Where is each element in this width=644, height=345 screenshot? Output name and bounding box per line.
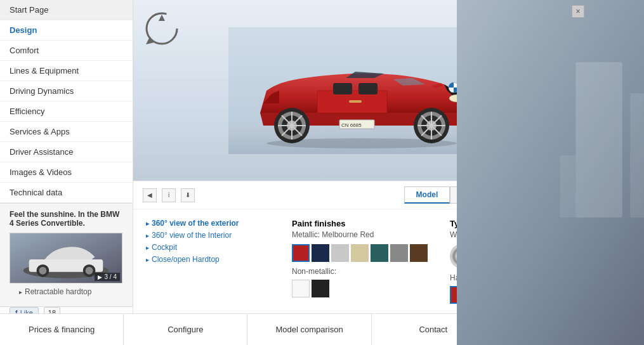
svg-rect-39 <box>575 62 622 218</box>
facebook-bar: f Like 18 <box>0 306 133 313</box>
sidebar-nav: Start PageDesignComfortLines & Equipment… <box>0 0 133 203</box>
svg-text:CN 6685: CN 6685 <box>341 122 362 128</box>
sidebar-banner-image: ▶ 3 / 4 <box>10 233 122 283</box>
like-label: Like <box>20 309 33 313</box>
close-button[interactable]: × <box>572 5 584 18</box>
view-links: 360° view of the exterior360° view of th… <box>146 219 273 304</box>
info-link-exterior-360[interactable]: 360° view of the exterior <box>146 219 273 228</box>
paint-swatch-teal[interactable] <box>371 244 388 262</box>
sidebar-item-efficiency[interactable]: Efficiency <box>0 101 133 122</box>
sidebar-item-start-page[interactable]: Start Page <box>0 0 133 20</box>
tab-model[interactable]: Model <box>404 186 450 204</box>
non-metallic-swatches <box>292 280 431 297</box>
prev-button[interactable]: ◀ <box>143 188 157 202</box>
sidebar-banner: Feel the sunshine. In the BMW 4 Series C… <box>0 203 133 306</box>
metallic-swatches <box>292 244 431 262</box>
paint-swatch-champagne[interactable] <box>351 244 369 262</box>
paint-swatch-red[interactable] <box>292 244 310 262</box>
facebook-count: 18 <box>44 307 60 313</box>
download-button[interactable]: ⬇ <box>181 188 195 202</box>
info-button[interactable]: i <box>162 188 176 202</box>
paint-swatch-silver[interactable] <box>331 244 349 262</box>
info-link-interior-360[interactable]: 360° view of the Interior <box>146 231 273 240</box>
sidebar-item-lines-equipment[interactable]: Lines & Equipment <box>0 61 133 81</box>
sidebar-item-driving-dynamics[interactable]: Driving Dynamics <box>0 81 133 101</box>
paint-swatch-brown[interactable] <box>410 244 428 262</box>
sidebar-item-technical-data[interactable]: Technical data <box>0 183 133 203</box>
paint-subtitle: Metallic: Melbourne Red <box>292 230 431 239</box>
sidebar-item-comfort[interactable]: Comfort <box>0 41 133 61</box>
sidebar-banner-text: Feel the sunshine. In the BMW 4 Series C… <box>10 210 123 228</box>
paint-swatch-navy[interactable] <box>312 244 329 262</box>
svg-point-37 <box>266 138 457 148</box>
svg-rect-40 <box>630 93 644 218</box>
sidebar-item-services-apps[interactable]: Services & Apps <box>0 122 133 142</box>
paint-swatch-white[interactable] <box>292 280 310 297</box>
svg-rect-12 <box>349 100 362 103</box>
background-panel <box>457 0 644 313</box>
svg-point-6 <box>86 267 93 275</box>
rotate-icon[interactable] <box>143 10 181 48</box>
footer-tab-prices-financing[interactable]: Prices & financing <box>0 314 124 345</box>
svg-marker-8 <box>159 15 165 21</box>
paint-swatch-gray[interactable] <box>390 244 408 262</box>
info-link-hardtop[interactable]: Close/open Hardtop <box>146 255 273 264</box>
info-link-cockpit[interactable]: Cockpit <box>146 243 273 252</box>
footer-tab-configure[interactable]: Configure <box>124 314 247 345</box>
sidebar-item-images-videos[interactable]: Images & Videos <box>0 162 133 183</box>
non-metallic-label: Non-metallic: <box>292 267 431 276</box>
banner-counter-overlay: ▶ 3 / 4 <box>95 273 120 281</box>
footer-tab-model-comparison[interactable]: Model comparison <box>247 314 371 345</box>
svg-rect-35 <box>333 83 352 94</box>
banner-counter: 3 / 4 <box>105 273 117 280</box>
car-image: CN 6685 <box>228 27 495 154</box>
svg-rect-36 <box>358 83 378 94</box>
svg-rect-41 <box>560 155 576 218</box>
retractable-hardtop-link[interactable]: Retractable hardtop <box>10 283 123 300</box>
facebook-icon: f <box>15 309 18 313</box>
sidebar: Start PageDesignComfortLines & Equipment… <box>0 0 133 313</box>
sidebar-item-design[interactable]: Design <box>0 20 133 41</box>
facebook-like-button[interactable]: f Like <box>10 307 39 313</box>
paint-title: Paint finishes <box>292 219 431 228</box>
sidebar-item-driver-assistance[interactable]: Driver Assistance <box>0 142 133 162</box>
paint-swatch-black[interactable] <box>312 280 329 297</box>
paint-section: Paint finishes Metallic: Melbourne Red N… <box>292 219 431 304</box>
svg-point-4 <box>39 267 46 275</box>
